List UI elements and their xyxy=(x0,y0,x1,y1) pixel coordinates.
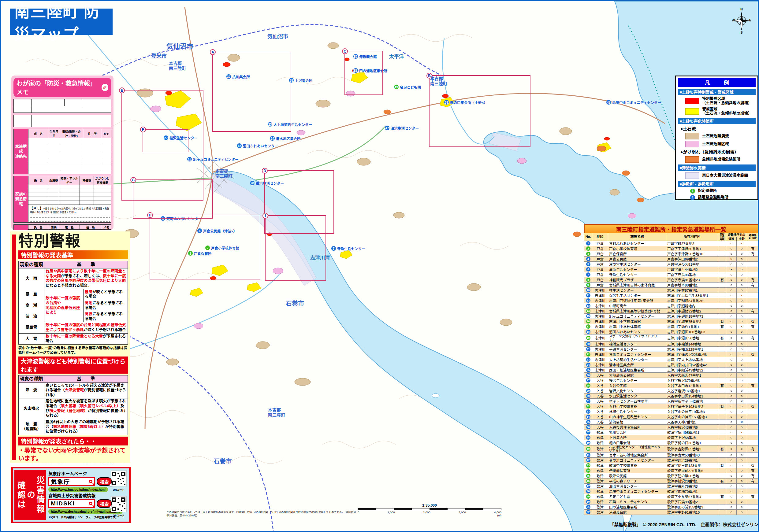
memo-empty-cell[interactable] xyxy=(28,166,48,170)
memo-free-note[interactable]: 【メモ】※書ききれなかった内容や、知ってほしい情報（介護情報・救急隊員への伝言な… xyxy=(28,205,111,223)
shelter-field[interactable] xyxy=(31,115,111,127)
shelter-row: 14志津川宮城県志津川高等学校第2体育館志津川字廻館92番地2○○有 xyxy=(584,308,759,313)
memo-empty-cell[interactable] xyxy=(83,162,101,166)
jma-search-button[interactable]: 検索 xyxy=(97,477,112,486)
memo-empty-cell[interactable] xyxy=(59,201,80,205)
memo-empty-cell[interactable] xyxy=(94,185,111,189)
memo-empty-cell[interactable] xyxy=(60,162,83,166)
memo-empty-cell[interactable] xyxy=(101,138,111,142)
memo-empty-cell[interactable] xyxy=(101,142,111,146)
tsunami-warning-bar: 大津波警報なども特別警報に位置づけられます xyxy=(19,357,128,374)
memo-empty-cell[interactable] xyxy=(60,150,83,154)
memo-empty-cell[interactable] xyxy=(101,158,111,162)
memo-empty-cell[interactable] xyxy=(94,189,111,193)
memo-empty-cell[interactable] xyxy=(28,158,48,162)
memo-empty-cell[interactable] xyxy=(48,158,60,162)
memo-empty-cell[interactable] xyxy=(60,154,83,158)
memo-empty-cell[interactable] xyxy=(80,197,94,201)
family-contacts-table[interactable]: 氏 名生年月日 電話(携帯・会社・学校)住 所メモ xyxy=(28,129,111,174)
memo-empty-cell[interactable] xyxy=(101,166,111,170)
qr-code-icon xyxy=(111,471,127,486)
memo-empty-cell[interactable] xyxy=(28,193,48,197)
memo-empty-cell[interactable] xyxy=(48,201,59,205)
memo-empty-cell[interactable] xyxy=(59,185,80,189)
memo-empty-cell[interactable] xyxy=(48,150,60,154)
memo-empty-cell[interactable] xyxy=(48,166,60,170)
memo-empty-cell[interactable] xyxy=(94,197,111,201)
memo-empty-cell[interactable] xyxy=(28,150,48,154)
memo-empty-cell[interactable] xyxy=(80,189,94,193)
memo-empty-cell[interactable] xyxy=(60,142,83,146)
memo-empty-cell[interactable] xyxy=(28,146,48,150)
memo-empty-cell[interactable] xyxy=(60,166,83,170)
shelter-row: 44歌津伊里前保育所歌津字伊里前325番地5○○有 xyxy=(584,468,759,473)
shelter-row: 9戸倉宮城県志津川自然の家体育館戸倉字坂本88番地1○○有 xyxy=(584,282,759,287)
memo-empty-cell[interactable] xyxy=(48,138,60,142)
memo-empty-cell[interactable] xyxy=(101,162,111,166)
memo-empty-cell[interactable] xyxy=(83,166,101,170)
memo-empty-cell[interactable] xyxy=(48,142,60,146)
memo-empty-cell[interactable] xyxy=(80,193,94,197)
memo-empty-cell[interactable] xyxy=(28,154,48,158)
memo-empty-cell[interactable] xyxy=(28,185,48,189)
memo-empty-cell[interactable] xyxy=(83,154,101,158)
memo-empty-cell[interactable] xyxy=(80,201,94,205)
memo-empty-cell[interactable] xyxy=(48,230,59,230)
memo-empty-cell[interactable] xyxy=(101,150,111,154)
midski-search-button[interactable]: 検索 xyxy=(97,499,112,508)
memo-empty-cell[interactable] xyxy=(59,197,80,201)
memo-empty-cell[interactable] xyxy=(60,146,83,150)
memo-empty-cell[interactable] xyxy=(28,201,48,205)
memo-empty-cell[interactable] xyxy=(94,193,111,197)
memo-empty-cell[interactable] xyxy=(59,189,80,193)
memo-empty-cell[interactable] xyxy=(48,197,59,201)
memo-empty-cell[interactable] xyxy=(59,230,80,230)
shelter-row: 29入谷岩沢文化センター入谷字岩沢160番地9○○ xyxy=(584,388,759,393)
memo-empty-cell[interactable] xyxy=(101,170,111,174)
jma-search-input[interactable]: 気象庁 xyxy=(48,477,95,486)
memo-empty-cell[interactable] xyxy=(83,146,101,150)
emergency-contacts-table[interactable]: 氏 名間柄 電 話住 所メモ xyxy=(28,224,111,230)
memo-empty-cell[interactable] xyxy=(28,230,48,230)
memo-empty-cell[interactable] xyxy=(48,162,60,166)
phone-field[interactable] xyxy=(82,99,111,106)
memo-empty-cell[interactable] xyxy=(28,170,48,174)
address-field[interactable] xyxy=(31,106,111,113)
name-field[interactable] xyxy=(31,99,64,106)
memo-empty-cell[interactable] xyxy=(60,158,83,162)
memo-empty-cell[interactable] xyxy=(28,138,48,142)
memo-empty-cell[interactable] xyxy=(59,193,80,197)
memo-empty-cell[interactable] xyxy=(80,185,94,189)
memo-empty-cell[interactable] xyxy=(101,230,111,230)
memo-empty-cell[interactable] xyxy=(83,150,101,154)
memo-empty-cell[interactable] xyxy=(101,146,111,150)
memo-empty-cell[interactable] xyxy=(28,162,48,166)
memo-empty-cell[interactable] xyxy=(94,201,111,205)
jma-url[interactable]: http://www.jma.go.jp/jma/index.html xyxy=(48,487,108,492)
memo-empty-cell[interactable] xyxy=(83,170,101,174)
family-emergency-table[interactable]: 氏 名血液型 持病・アレルギー常備薬かかりつけ医療機関 xyxy=(28,176,111,205)
memo-empty-cell[interactable] xyxy=(48,170,60,174)
memo-empty-cell[interactable] xyxy=(48,146,60,150)
memo-empty-cell[interactable] xyxy=(80,230,101,230)
midski-search-input[interactable]: MIDSKI xyxy=(48,499,95,508)
memo-empty-cell[interactable] xyxy=(48,154,60,158)
memo-empty-cell[interactable] xyxy=(83,142,101,146)
memo-empty-cell[interactable] xyxy=(28,197,48,201)
memo-empty-cell[interactable] xyxy=(48,185,59,189)
compass-e: E xyxy=(749,19,751,22)
memo-empty-cell[interactable] xyxy=(48,189,59,193)
memo-empty-cell[interactable] xyxy=(28,142,48,146)
shelter-row: 15志津川旭ヶ丘コミュニティセンター志津川字廻館15番地73○○ xyxy=(584,313,759,319)
scale-tick: 2,000 xyxy=(423,511,430,514)
memo-empty-cell[interactable] xyxy=(83,158,101,162)
shelter-row: 17志津川志津川中学校体育館志津川字助作1番地1有○×有 xyxy=(584,324,759,329)
memo-empty-cell[interactable] xyxy=(60,138,83,142)
memo-empty-cell[interactable] xyxy=(48,193,59,197)
criteria-footnote: 表中の"数十年に一度"の現象に相当する降水量等の客観的な指標は気象庁ホームページ… xyxy=(19,346,128,355)
memo-empty-cell[interactable] xyxy=(83,138,101,142)
memo-empty-cell[interactable] xyxy=(101,154,111,158)
memo-empty-cell[interactable] xyxy=(28,189,48,193)
map-detail-frame: C xyxy=(344,51,383,95)
memo-empty-cell[interactable] xyxy=(60,170,83,174)
